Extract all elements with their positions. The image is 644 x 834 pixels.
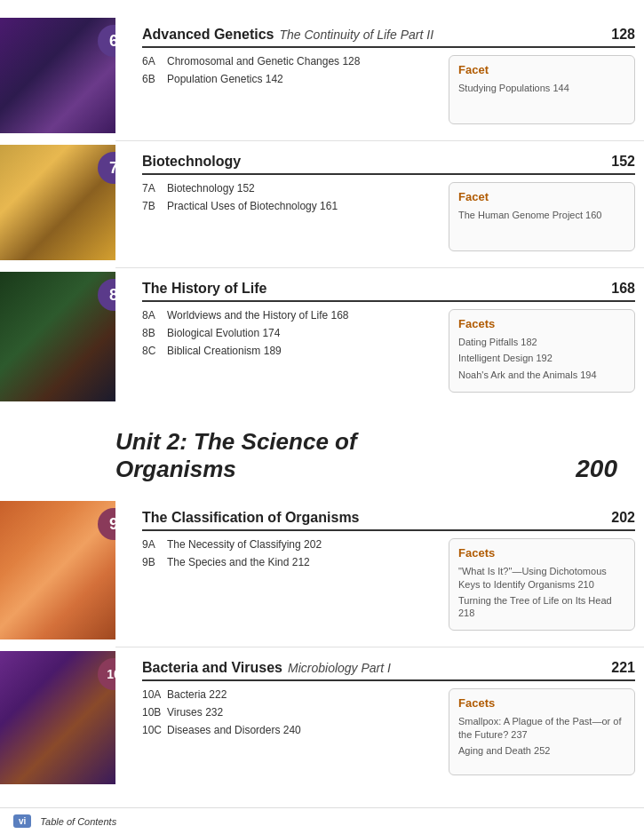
chapter-content-6: Advanced Genetics The Continuity of Life… bbox=[115, 18, 644, 133]
chapter-badge-10: 10 bbox=[98, 658, 115, 690]
chapter-header-8: The History of Life 168 bbox=[142, 281, 635, 302]
page-container: 6 Advanced Genetics The Continuity of Li… bbox=[0, 0, 644, 827]
lesson-text: Viruses 232 bbox=[167, 706, 223, 719]
list-item: 6A Chromosomal and Genetic Changes 128 bbox=[142, 55, 440, 68]
page-footer: vi Table of Contents bbox=[0, 807, 644, 834]
facet-item: Aging and Death 252 bbox=[458, 744, 625, 757]
chapter-title-7: Biotechnology bbox=[142, 154, 241, 170]
lesson-code: 10A bbox=[142, 688, 162, 701]
chapter-image-6: 6 bbox=[0, 18, 115, 133]
lessons-col-8: 8A Worldviews and the History of Life 16… bbox=[142, 309, 440, 393]
unit-page: 200 bbox=[576, 455, 617, 483]
lessons-col-9: 9A The Necessity of Classifying 202 9B T… bbox=[142, 538, 440, 631]
chapter-subtitle-10: Microbiology Part I bbox=[288, 661, 391, 675]
chapter-image-10: 10 bbox=[0, 651, 115, 784]
list-item: 7B Practical Uses of Biotechnology 161 bbox=[142, 200, 440, 212]
chapter-content-7: Biotechnology 152 7A Biotechnology 152 7… bbox=[115, 145, 644, 260]
unit-header: Unit 2: The Science ofOrganisms 200 bbox=[115, 428, 644, 483]
facet-item: Smallpox: A Plague of the Past—or of the… bbox=[458, 715, 625, 741]
chapter-page-8: 168 bbox=[611, 281, 635, 297]
list-item: 8A Worldviews and the History of Life 16… bbox=[142, 309, 440, 322]
chapter-title-6: Advanced Genetics bbox=[142, 27, 274, 43]
lessons-col-7: 7A Biotechnology 152 7B Practical Uses o… bbox=[142, 182, 440, 251]
facet-item: Noah's Ark and the Animals 194 bbox=[458, 369, 625, 381]
lesson-code: 8B bbox=[142, 327, 162, 339]
list-item: 10C Diseases and Disorders 240 bbox=[142, 724, 440, 736]
chapter-content-8: The History of Life 168 8A Worldviews an… bbox=[115, 272, 644, 401]
chapter-body-6: 6A Chromosomal and Genetic Changes 128 6… bbox=[142, 55, 635, 124]
chapter-title-wrap-8: The History of Life bbox=[142, 281, 266, 297]
lesson-code: 6B bbox=[142, 73, 162, 85]
unit-title: Unit 2: The Science ofOrganisms bbox=[115, 428, 357, 483]
facet-item: Intelligent Design 192 bbox=[458, 352, 625, 364]
footer-page-badge: vi bbox=[13, 814, 31, 828]
lesson-code: 10C bbox=[142, 724, 162, 736]
chapter-header-6: Advanced Genetics The Continuity of Life… bbox=[142, 27, 635, 48]
list-item: 7A Biotechnology 152 bbox=[142, 182, 440, 195]
chapter-body-9: 9A The Necessity of Classifying 202 9B T… bbox=[142, 538, 635, 631]
list-item: 9A The Necessity of Classifying 202 bbox=[142, 538, 440, 551]
facets-label-7: Facet bbox=[458, 190, 625, 203]
list-item: 9B The Species and the Kind 212 bbox=[142, 556, 440, 568]
chapter-row-8: 8 The History of Life 168 8A Worldviews … bbox=[0, 272, 644, 401]
chapter-row-7: 7 Biotechnology 152 7A Biotechnology 152… bbox=[0, 145, 644, 260]
chapter-title-wrap-9: The Classification of Organisms bbox=[142, 510, 360, 526]
chapter-title-wrap-10: Bacteria and Viruses Microbiology Part I bbox=[142, 660, 391, 676]
lesson-code: 8C bbox=[142, 345, 162, 357]
list-item: 8B Biological Evolution 174 bbox=[142, 327, 440, 339]
facets-label-9: Facets bbox=[458, 546, 625, 560]
facet-item: "What Is It?"—Using Dichotomous Keys to … bbox=[458, 565, 625, 591]
chapter-row-6: 6 Advanced Genetics The Continuity of Li… bbox=[0, 18, 644, 133]
list-item: 10B Viruses 232 bbox=[142, 706, 440, 719]
lesson-text: Bacteria 222 bbox=[167, 688, 227, 701]
lesson-text: Biotechnology 152 bbox=[167, 182, 255, 195]
lesson-code: 6A bbox=[142, 55, 162, 68]
lesson-text: Biological Evolution 174 bbox=[167, 327, 280, 339]
chapter-badge-7: 7 bbox=[98, 152, 115, 184]
chapter-badge-6: 6 bbox=[98, 25, 115, 57]
chapter-body-8: 8A Worldviews and the History of Life 16… bbox=[142, 309, 635, 393]
list-item: 10A Bacteria 222 bbox=[142, 688, 440, 701]
facet-item: The Human Genome Project 160 bbox=[458, 209, 625, 221]
list-item: 6B Population Genetics 142 bbox=[142, 73, 440, 85]
facets-box-8: Facets Dating Pitfalls 182 Intelligent D… bbox=[449, 309, 635, 393]
chapter-body-10: 10A Bacteria 222 10B Viruses 232 10C Dis… bbox=[142, 688, 635, 775]
lesson-text: Biblical Creationism 189 bbox=[167, 345, 282, 357]
lesson-text: The Species and the Kind 212 bbox=[167, 556, 310, 568]
footer-text: Table of Contents bbox=[40, 816, 116, 827]
chapter-page-10: 221 bbox=[611, 660, 635, 676]
unit-title-line: Unit 2: The Science ofOrganisms 200 bbox=[115, 428, 617, 483]
lesson-code: 7A bbox=[142, 182, 162, 195]
list-item: 8C Biblical Creationism 189 bbox=[142, 345, 440, 357]
chapter-title-9: The Classification of Organisms bbox=[142, 510, 360, 526]
chapter-image-7: 7 bbox=[0, 145, 115, 260]
facets-label-10: Facets bbox=[458, 696, 625, 710]
chapter-subtitle-6: The Continuity of Life Part II bbox=[280, 28, 434, 42]
lesson-text: Population Genetics 142 bbox=[167, 73, 283, 85]
facet-item: Dating Pitfalls 182 bbox=[458, 336, 625, 348]
lesson-text: Diseases and Disorders 240 bbox=[167, 724, 301, 736]
chapter-content-9: The Classification of Organisms 202 9A T… bbox=[115, 501, 644, 639]
chapter-separator bbox=[115, 140, 644, 141]
chapter-page-9: 202 bbox=[611, 510, 635, 526]
lessons-col-10: 10A Bacteria 222 10B Viruses 232 10C Dis… bbox=[142, 688, 440, 775]
chapter-header-7: Biotechnology 152 bbox=[142, 154, 635, 175]
chapter-title-10: Bacteria and Viruses bbox=[142, 660, 282, 676]
facets-box-10: Facets Smallpox: A Plague of the Past—or… bbox=[449, 688, 635, 775]
chapter-title-wrap-6: Advanced Genetics The Continuity of Life… bbox=[142, 27, 433, 43]
lesson-text: Chromosomal and Genetic Changes 128 bbox=[167, 55, 360, 68]
facets-box-9: Facets "What Is It?"—Using Dichotomous K… bbox=[449, 538, 635, 631]
chapter-title-wrap-7: Biotechnology bbox=[142, 154, 241, 170]
chapter-badge-9: 9 bbox=[98, 508, 115, 540]
lesson-text: Practical Uses of Biotechnology 161 bbox=[167, 200, 338, 212]
chapter-separator bbox=[115, 267, 644, 268]
facets-label-6: Facet bbox=[458, 63, 625, 76]
facets-label-8: Facets bbox=[458, 317, 625, 330]
chapter-row-10: 10 Bacteria and Viruses Microbiology Par… bbox=[0, 651, 644, 784]
facets-box-6: Facet Studying Populations 144 bbox=[449, 55, 635, 124]
chapter-content-10: Bacteria and Viruses Microbiology Part I… bbox=[115, 651, 644, 784]
lesson-code: 9B bbox=[142, 556, 162, 568]
lessons-col-6: 6A Chromosomal and Genetic Changes 128 6… bbox=[142, 55, 440, 124]
facet-item: Studying Populations 144 bbox=[458, 82, 625, 94]
lesson-text: The Necessity of Classifying 202 bbox=[167, 538, 322, 551]
